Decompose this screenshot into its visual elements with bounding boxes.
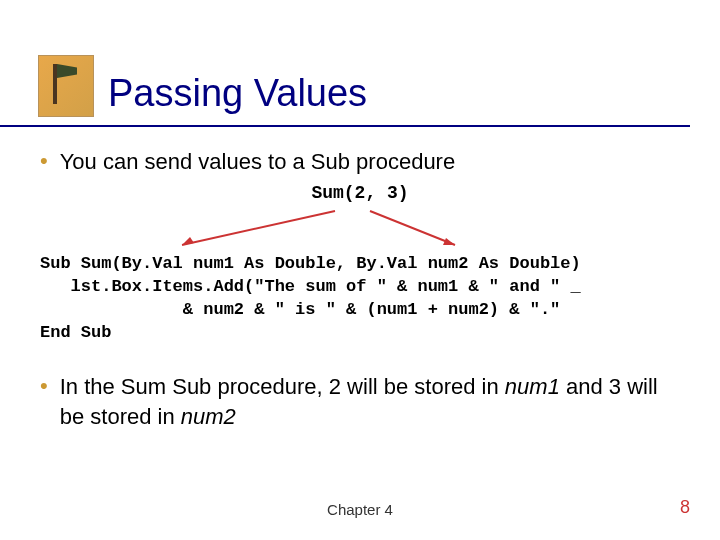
- bullet-2-num1: num1: [505, 374, 560, 399]
- bullet-1-text: You can send values to a Sub procedure: [60, 147, 455, 177]
- bullet-dot-icon: •: [40, 147, 48, 176]
- bullet-2-num2: num2: [181, 404, 236, 429]
- code-line-4: End Sub: [40, 323, 111, 342]
- bullet-dot-icon: •: [40, 372, 48, 401]
- slide-content: • You can send values to a Sub procedure…: [0, 127, 720, 432]
- footer-page-number: 8: [680, 497, 690, 518]
- footer-chapter: Chapter 4: [0, 501, 720, 518]
- code-block: Sub Sum(By.Val num1 As Double, By.Val nu…: [40, 253, 680, 345]
- slide-title: Passing Values: [108, 72, 367, 115]
- bullet-2-text: In the Sum Sub procedure, 2 will be stor…: [60, 372, 680, 431]
- svg-marker-3: [443, 238, 455, 245]
- slide-header: Passing Values: [0, 0, 690, 127]
- slide-icon: [38, 55, 94, 117]
- svg-marker-1: [182, 237, 194, 245]
- svg-line-2: [370, 211, 455, 245]
- flag-icon: [53, 64, 57, 104]
- bullet-2-pre: In the Sum Sub procedure, 2 will be stor…: [60, 374, 505, 399]
- bullet-1: • You can send values to a Sub procedure: [40, 147, 680, 177]
- code-line-2: lst.Box.Items.Add("The sum of " & num1 &…: [40, 277, 581, 296]
- bullet-2: • In the Sum Sub procedure, 2 will be st…: [40, 372, 680, 431]
- code-call-line: Sum(2, 3): [40, 183, 680, 203]
- code-line-3: & num2 & " is " & (num1 + num2) & ".": [40, 300, 560, 319]
- arrows-diagram: [40, 215, 680, 253]
- code-line-1: Sub Sum(By.Val num1 As Double, By.Val nu…: [40, 254, 581, 273]
- svg-line-0: [182, 211, 335, 245]
